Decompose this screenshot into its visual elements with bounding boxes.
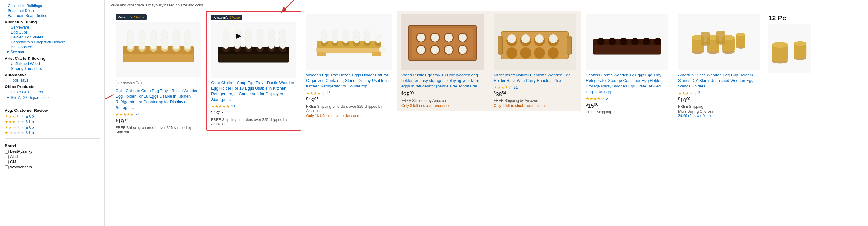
product-title-5[interactable]: Kitchencraft Natural Elements Wooden Egg… — [494, 73, 576, 83]
svg-rect-130 — [701, 32, 710, 44]
price-dollar-2: 19 — [213, 111, 219, 117]
product-title-3[interactable]: Wooden Egg Tray Dozen Eggs Holder Natura… — [306, 73, 392, 89]
sidebar-cat-office: Office Products — [5, 84, 100, 89]
product-image-6[interactable] — [586, 15, 668, 70]
svg-point-115 — [643, 38, 650, 45]
shipping-2: FREE Shipping on orders over $25 shipped… — [211, 118, 296, 126]
sidebar-see-all-depts[interactable]: ▼ See All 22 Departments — [6, 95, 100, 100]
price-currency-2: $ — [211, 110, 213, 114]
stars-empty-2: ★★★ — [13, 125, 24, 130]
brand-name-woodenders: Woodenders — [10, 165, 32, 169]
sidebar-item-serveware[interactable]: Serveware — [11, 25, 100, 30]
svg-point-51 — [257, 29, 264, 37]
rating-stars-5[interactable]: ★★★★☆ — [494, 85, 512, 90]
rating-row-2: ★★★★★ 21 — [211, 104, 296, 109]
sidebar-see-more[interactable]: ▼ See more — [6, 50, 100, 54]
product-title-2[interactable]: Gui's Chicken Coop Egg Tray - Rustic Woo… — [211, 80, 296, 103]
chevron-down-icon: ▼ — [6, 50, 9, 54]
rating-stars-3[interactable]: ★★★★☆ — [306, 91, 324, 95]
product-image-4[interactable] — [401, 15, 484, 70]
svg-point-87 — [431, 33, 439, 41]
stock-4: Only 3 left in stock - order soon. — [401, 104, 484, 108]
svg-point-114 — [631, 38, 639, 45]
stars-empty-4: ★ — [21, 114, 24, 118]
star-filter-1[interactable]: ★ ★★★★ & Up — [5, 131, 100, 135]
rating-stars-1[interactable]: ★★★★★ — [116, 112, 134, 117]
rating-count-1[interactable]: 21 — [135, 112, 140, 116]
new-offers-7[interactable]: $9.99 (2 new offers) — [678, 114, 711, 118]
sidebar-item-bathroom-soap[interactable]: Bathroom Soap Dishes — [8, 13, 100, 18]
svg-point-71 — [353, 30, 360, 37]
product-image-2[interactable]: ▶ — [211, 22, 296, 78]
product-image-3[interactable] — [306, 15, 392, 70]
svg-rect-132 — [716, 31, 725, 43]
rating-stars-6[interactable]: ★★★★☆ — [586, 96, 604, 101]
amazon-choice-badge-2: Amazon's Choice — [211, 15, 242, 20]
product-title-1[interactable]: Gui's Chicken Coop Egg Tray - Rustic Woo… — [116, 88, 201, 111]
star-filter-3[interactable]: ★★★ ★★ & Up — [5, 119, 100, 124]
sidebar-item-egg-cups[interactable]: Egg Cups — [11, 30, 100, 34]
brand-checkbox-bestpysanky[interactable] — [5, 150, 9, 153]
rating-count-3[interactable]: 12 — [326, 91, 330, 95]
sidebar-item-seasonal-decor[interactable]: Seasonal Décor — [8, 9, 100, 13]
svg-point-24 — [173, 30, 180, 39]
rating-stars-2[interactable]: ★★★★★ — [211, 104, 229, 109]
brand-checkbox-woodenders[interactable] — [5, 165, 9, 169]
svg-rect-74 — [317, 52, 326, 56]
rating-count-7[interactable]: 3 — [698, 91, 700, 95]
sidebar-item-unfinished-wood[interactable]: Unfinished Wood — [11, 62, 100, 66]
price-currency-5: $ — [494, 91, 496, 95]
sidebar-item-tool-trays[interactable]: Tool Trays — [11, 78, 100, 83]
avg-review-label: Avg. Customer Review — [5, 108, 100, 113]
sidebar-item-sewing[interactable]: Sewing Threaders — [11, 66, 100, 71]
rating-row-6: ★★★★☆ 5 — [586, 96, 668, 101]
product-image-7[interactable] — [678, 15, 761, 70]
brand-woodenders[interactable]: Woodenders — [5, 165, 100, 169]
product-card-7: Amosfun 12pcs Wooden Egg Cup Holders Sta… — [673, 11, 765, 121]
svg-point-52 — [268, 29, 275, 37]
sidebar-item-paper-clip[interactable]: Paper Clip Holders — [11, 90, 100, 94]
price-currency-1: $ — [116, 118, 118, 122]
product-title-4[interactable]: Wood Rustic Egg tray-18 Hole wooden egg … — [401, 73, 484, 89]
product-card-2: Amazon's Choice ▶ — [206, 11, 301, 131]
svg-point-103 — [534, 48, 545, 58]
rating-count-6[interactable]: 5 — [606, 96, 608, 101]
svg-point-21 — [138, 30, 145, 39]
svg-rect-96 — [567, 36, 572, 55]
partial-image[interactable] — [768, 24, 811, 73]
star-filter-2[interactable]: ★★ ★★★ & Up — [5, 125, 100, 130]
egg-tray-svg-6 — [590, 22, 664, 62]
product-image-1[interactable] — [116, 22, 201, 77]
product-title-7[interactable]: Amosfun 12pcs Wooden Egg Cup Holders Sta… — [678, 73, 761, 89]
star-filter-4[interactable]: ★★★★ ★ & Up — [5, 114, 100, 118]
price-cents-4: 00 — [410, 91, 414, 95]
price-dollar-5: 38 — [496, 91, 502, 97]
brand-checkbox-alntl[interactable] — [5, 155, 9, 159]
brand-checkbox-cm[interactable] — [5, 160, 9, 164]
more-buying-7: More Buying Choices $9.99 (2 new offers) — [678, 109, 761, 118]
product-title-6[interactable]: Scottish Farms Wooden 12 Eggs Egg Tray R… — [586, 73, 668, 95]
brand-name-alntl: Alntl — [10, 154, 18, 159]
price-cents-1: 97 — [124, 118, 128, 122]
svg-point-101 — [506, 48, 517, 58]
product-image-5[interactable] — [494, 15, 576, 70]
price-7: $1099 — [678, 97, 761, 104]
sidebar-item-chopsticks[interactable]: Chopsticks & Chopstick Holders — [11, 40, 100, 44]
brand-bestpysanky[interactable]: BestPysanky — [5, 149, 100, 153]
brand-alntl[interactable]: Alntl — [5, 154, 100, 159]
svg-point-104 — [548, 48, 559, 58]
svg-point-20 — [127, 30, 134, 39]
stars-1: ★ — [5, 131, 8, 135]
shipping-3: FREE Shipping on orders over $25 shipped… — [306, 104, 392, 113]
brand-cm[interactable]: CM — [5, 160, 100, 164]
svg-point-113 — [620, 38, 627, 45]
rating-stars-7[interactable]: ★★★☆☆ — [678, 91, 696, 95]
sidebar-item-collectible-buildings[interactable]: Collectible Buildings — [8, 4, 100, 8]
svg-point-91 — [431, 46, 439, 54]
rating-count-5[interactable]: 21 — [514, 85, 518, 90]
price-cents-3: 95 — [314, 97, 318, 101]
rating-count-2[interactable]: 21 — [231, 104, 235, 108]
sidebar-item-bar-coasters[interactable]: Bar Coasters — [11, 45, 100, 49]
sidebar-item-deviled-egg[interactable]: Deviled Egg Plates — [11, 35, 100, 39]
cursor-icon: ▶ — [236, 31, 241, 40]
